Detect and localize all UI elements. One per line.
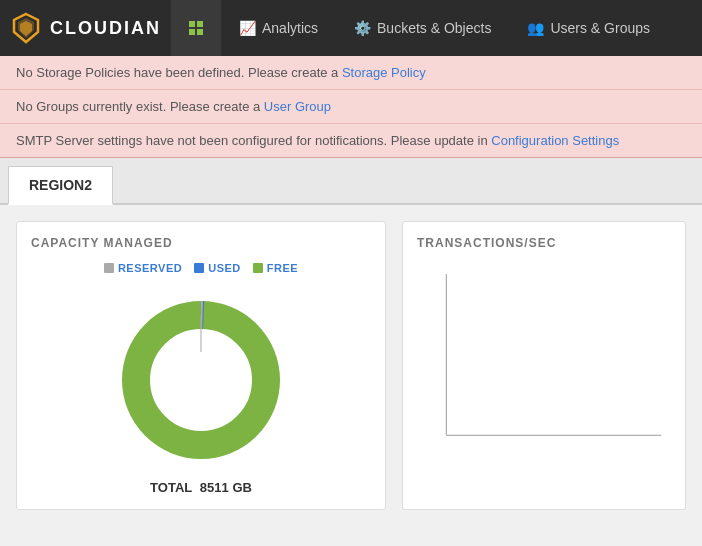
total-label: TOTAL 8511 GB — [31, 480, 371, 495]
transactions-chart-svg — [417, 262, 671, 462]
transactions-chart — [417, 262, 671, 462]
nav-menu: 📈 Analytics ⚙️ Buckets & Objects 👥 Users… — [171, 0, 692, 56]
free-dot — [253, 263, 263, 273]
used-label: USED — [208, 262, 241, 274]
nav-item-analytics[interactable]: 📈 Analytics — [221, 0, 336, 56]
transactions-title: TRANSACTIONS/SEC — [417, 236, 671, 250]
reserved-label: RESERVED — [118, 262, 182, 274]
nav-item-buckets[interactable]: ⚙️ Buckets & Objects — [336, 0, 509, 56]
alerts-area: No Storage Policies have been defined. P… — [0, 56, 702, 158]
logo-text: CLOUDIAN — [50, 18, 161, 39]
tabs-area: REGION2 — [0, 158, 702, 205]
app-header: CLOUDIAN 📈 Analytics ⚙️ Buckets & Object… — [0, 0, 702, 56]
reserved-dot — [104, 263, 114, 273]
free-label: FREE — [267, 262, 298, 274]
transactions-card: TRANSACTIONS/SEC — [402, 221, 686, 510]
alert-storage-text-before: No Storage Policies have been defined. P… — [16, 65, 342, 80]
legend-reserved: RESERVED — [104, 262, 182, 274]
alert-storage-policy: No Storage Policies have been defined. P… — [0, 56, 702, 90]
alert-smtp: SMTP Server settings have not been confi… — [0, 124, 702, 157]
main-content: CAPACITY MANAGED RESERVED USED FREE — [0, 205, 702, 526]
total-text: TOTAL — [150, 480, 192, 495]
tab-region2[interactable]: REGION2 — [8, 166, 113, 205]
grid-icon — [189, 21, 203, 35]
cloudian-logo-icon — [10, 12, 42, 44]
nav-item-users[interactable]: 👥 Users & Groups — [509, 0, 668, 56]
used-dot — [194, 263, 204, 273]
alert-user-group: No Groups currently exist. Please create… — [0, 90, 702, 124]
buckets-icon: ⚙️ — [354, 20, 371, 36]
configuration-settings-link[interactable]: Configuration Settings — [491, 133, 619, 148]
nav-buckets-label: Buckets & Objects — [377, 20, 491, 36]
alert-smtp-text-before: SMTP Server settings have not been confi… — [16, 133, 491, 148]
legend-used: USED — [194, 262, 241, 274]
user-group-link[interactable]: User Group — [264, 99, 331, 114]
donut-chart — [111, 290, 291, 470]
alert-group-text-before: No Groups currently exist. Please create… — [16, 99, 264, 114]
donut-chart-area — [31, 290, 371, 470]
users-icon: 👥 — [527, 20, 544, 36]
capacity-legend: RESERVED USED FREE — [31, 262, 371, 274]
nav-analytics-label: Analytics — [262, 20, 318, 36]
nav-users-label: Users & Groups — [550, 20, 650, 36]
storage-policy-link[interactable]: Storage Policy — [342, 65, 426, 80]
analytics-icon: 📈 — [239, 20, 256, 36]
capacity-title: CAPACITY MANAGED — [31, 236, 371, 250]
total-value: 8511 GB — [200, 480, 252, 495]
capacity-card: CAPACITY MANAGED RESERVED USED FREE — [16, 221, 386, 510]
nav-item-dashboard[interactable] — [171, 0, 221, 56]
logo-area: CLOUDIAN — [10, 12, 161, 44]
legend-free: FREE — [253, 262, 298, 274]
